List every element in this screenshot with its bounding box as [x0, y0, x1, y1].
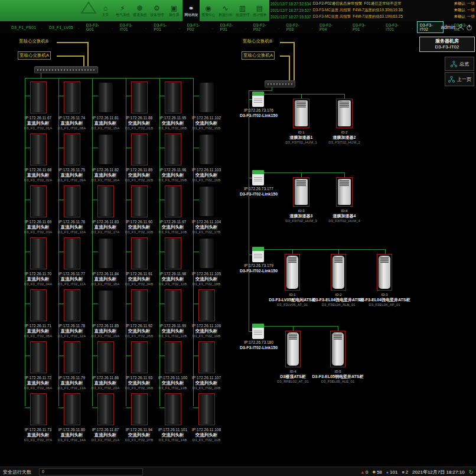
cabinet-image[interactable] — [97, 341, 114, 373]
device-tab[interactable]: 、 D3-F3-IT01 — [376, 21, 410, 33]
cabinet-image[interactable] — [64, 289, 80, 321]
device-tab[interactable]: 、 D3-F2-G01 — [76, 21, 110, 33]
device-tab[interactable]: 、 D3-F2-P02 — [243, 21, 276, 33]
ats-device[interactable]: ID:5 D3-F3-EL05弱电竖井ATS柜 D3_F3EL05_ALE_01 — [330, 331, 345, 367]
access-switch-left[interactable] — [34, 66, 98, 73]
cabinet-image[interactable] — [64, 341, 80, 373]
menu-item[interactable]: ◉ 预警中心 — [200, 0, 217, 21]
menu-item[interactable]: ⚭ 网络构架 — [182, 0, 200, 21]
cabinet-image[interactable] — [165, 393, 181, 425]
user-icon[interactable] — [457, 24, 464, 31]
power-icon[interactable] — [466, 24, 472, 31]
menu-item[interactable]: ⌂ 主页 — [97, 0, 114, 21]
branch-line — [292, 249, 293, 254]
cabinet-image[interactable] — [30, 185, 47, 217]
refresh-icon[interactable]: ↻ — [469, 469, 474, 475]
cabinet-image[interactable] — [97, 237, 114, 269]
cabinet-image[interactable] — [131, 185, 148, 217]
humidifier-device[interactable]: ID:3 湿膜加湿器3 D3_F3IT02_HUM_3 — [293, 177, 309, 207]
alarm-ticker[interactable]: 2021/12/7 18:27:32.534 D3-F2-P02通信状态异常报警… — [269, 0, 476, 21]
cabinet-image[interactable] — [64, 81, 80, 113]
critical-count[interactable]: ▲0 — [360, 470, 368, 475]
link150-gateway[interactable] — [252, 247, 264, 262]
cabinet-image[interactable] — [30, 133, 47, 165]
device-tab[interactable]: 、 D3-F1-IT01 — [110, 21, 144, 33]
link150-gateway[interactable] — [252, 170, 264, 185]
menu-item[interactable]: ⚡ 电气系统 — [114, 0, 131, 21]
cabinet-image[interactable] — [198, 237, 215, 269]
device-tab[interactable]: 、 D3-F3-P01 — [343, 21, 376, 33]
warning-count[interactable]: ◆58 — [373, 470, 382, 475]
uplink-label-core-switch-a: 至核心交换机A — [242, 51, 275, 60]
cabinet-image[interactable] — [198, 289, 215, 321]
device-tab[interactable]: 、 D3-F2-P03 — [276, 21, 309, 33]
humidifier-device[interactable]: ID:1 湿膜加湿器1 D3_F3IT02_HUM_1 — [293, 99, 309, 128]
humidifier-device[interactable]: ID:4 湿膜加湿器4 D3_F3IT02_HUM_4 — [336, 177, 353, 207]
cabinet-image[interactable] — [64, 393, 80, 425]
cabinet-image[interactable] — [97, 393, 114, 425]
cabinet-image[interactable] — [198, 185, 215, 217]
device-tab[interactable]: 、 D3-F2-P04 — [309, 21, 343, 33]
alarm-row[interactable]: 2021/12/7 18:27:32.534 D3-F2-P02通信状态异常报警… — [270, 1, 475, 7]
uplink-line — [294, 42, 295, 80]
cabinet-image[interactable] — [198, 133, 215, 165]
cabinet-image[interactable] — [131, 289, 148, 321]
cabinet-image[interactable] — [64, 133, 80, 165]
cabinet-image[interactable] — [165, 81, 181, 113]
cabinet-image[interactable] — [30, 81, 47, 113]
cabinet-image[interactable] — [198, 393, 215, 425]
username: admin — [441, 24, 455, 30]
humidifier-device[interactable]: ID:2 湿膜加湿器2 D3_F3IT02_HUM_2 — [336, 99, 353, 128]
alarm-row[interactable]: 2021/12/7 18:27:29.527 D3-F3-MC温度 高报警 F4… — [270, 7, 475, 14]
menu-item[interactable]: ∿ 数据分析 — [217, 0, 234, 21]
cabinet-image[interactable] — [165, 341, 181, 373]
cabinet-image[interactable] — [30, 237, 47, 269]
cabinet-image[interactable] — [97, 81, 114, 113]
cabinet-image[interactable] — [64, 237, 80, 269]
device-tab[interactable]: 、 D3-F2-P01 — [210, 21, 243, 33]
cabinet-image[interactable] — [131, 237, 148, 269]
ats-device[interactable]: ID:2 D3-F3-EL04强电竖井ATS柜 D3_F3EL04_ALB_01 — [331, 254, 346, 291]
ats-device[interactable]: ID:4 D3楼顶ATS柜 D3_RFEL02_AT_01 — [285, 331, 301, 367]
menu-item[interactable]: ❆ 暖通系统 — [131, 0, 148, 21]
cabinet-image[interactable] — [165, 133, 181, 165]
device-tab[interactable]: 、 D3_F1_LV05 — [39, 24, 76, 31]
cabinet-image[interactable] — [30, 289, 47, 321]
link150-gateway[interactable] — [252, 324, 264, 339]
cabinet-image[interactable] — [198, 81, 215, 113]
cabinet-image[interactable] — [198, 341, 215, 373]
cabinet-image[interactable] — [165, 237, 181, 269]
menu-item[interactable]: ▥ 能源管理 — [234, 0, 251, 21]
cabinet-image[interactable] — [97, 289, 114, 321]
ats-device[interactable]: ID:1 D3-F3-LV05配电间ATS柜 D3_F3LV05_AT_01 — [285, 254, 300, 291]
device-tab[interactable]: D3_F1_PS01 — [5, 24, 39, 31]
device-tab[interactable]: 、 D3-F3-IT02 — [410, 21, 444, 33]
cabinet-image[interactable] — [97, 133, 114, 165]
access-switch-right[interactable] — [265, 80, 295, 87]
cabinet-image[interactable] — [30, 393, 47, 425]
user-area[interactable]: admin — [441, 21, 472, 33]
cabinet-image[interactable] — [131, 81, 148, 113]
cabinet-image[interactable] — [97, 185, 114, 217]
cabinet-image[interactable] — [131, 393, 148, 425]
other-count[interactable]: ■2 — [402, 470, 408, 475]
menu-item[interactable]: ▤ 统计报表 — [251, 0, 268, 21]
alarm-row[interactable]: 2021/12/7 18:27:16.537 D3-F3-MC湿度 高报警 F4… — [270, 14, 475, 20]
network-icon — [448, 76, 455, 83]
ats-device[interactable]: ID:3 D3-F3-EL04强电竖井ATS柜 D3_F3EL04_AP_01 — [377, 254, 392, 291]
device-tab[interactable]: 、 D3-F1-P02 — [177, 21, 210, 33]
info-count[interactable]: ●101 — [386, 470, 398, 475]
previous-page-button[interactable]: 上一页 — [445, 72, 474, 86]
device-tab[interactable]: 、 D3-F1-P01 — [144, 21, 177, 33]
menu-item[interactable]: ⚙ 设备管理 — [148, 0, 165, 21]
cabinet-image[interactable] — [165, 289, 181, 321]
cabinet-image[interactable] — [131, 341, 148, 373]
cabinet-image[interactable] — [30, 341, 47, 373]
link150-gateway[interactable] — [252, 92, 264, 107]
cabinet-code: D3_F3_IT02_16B — [186, 178, 227, 182]
cabinet-image[interactable] — [131, 133, 148, 165]
cabinet-image[interactable] — [64, 185, 80, 217]
overview-button[interactable]: 总览 — [445, 57, 474, 71]
cabinet-image[interactable] — [165, 185, 181, 217]
menu-item[interactable]: ▣ 操作票 — [165, 0, 182, 21]
